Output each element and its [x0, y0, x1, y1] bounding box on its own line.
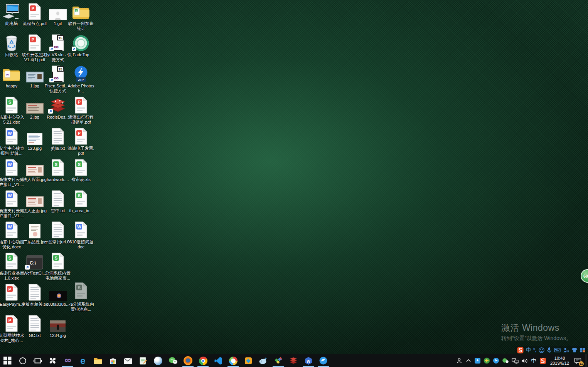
sogou-soft-keyboard-icon[interactable]	[554, 348, 561, 352]
taskbar-wechat-button[interactable]	[165, 354, 180, 367]
tray-sogou-tray-icon[interactable]	[539, 354, 546, 367]
desktop-icon-fadetop-7[interactable]: FadeTop	[69, 34, 93, 57]
action-center-button[interactable]: 11	[573, 354, 582, 367]
desktop-icon-pdf-5[interactable]: P软件开发过程V1.4(1).pdf	[23, 34, 46, 62]
desktop-icon-excelTemp-38[interactable]: S~$分润系统内置电池商...	[69, 284, 93, 312]
sogou-punctuation-mode-icon[interactable]: °,	[533, 347, 536, 353]
svg-text:P: P	[8, 318, 11, 323]
taskbar-store-button[interactable]	[105, 354, 120, 367]
tray-hidden-icons-chevron-icon[interactable]	[465, 354, 472, 367]
desktop-icon-imgCert-29[interactable]: 广东品胜.jpg	[23, 221, 46, 245]
tray-security-plus-app-icon[interactable]	[484, 354, 490, 367]
desktop-icon-imgCardBlue-9[interactable]: 1.jpg	[23, 65, 46, 89]
taskbar-whale-app-button[interactable]	[256, 354, 271, 367]
desktop[interactable]: 此电脑P流程节点.pdf1.gifS软件一部加班统计回收站P软件开发过程V1.4…	[0, 0, 588, 354]
taskbar-wps-button[interactable]: W	[301, 354, 316, 367]
desktop-icon-excel-22[interactable]: Shardwork....	[46, 159, 69, 182]
desktop-icon-txt-30[interactable]: 一些常用url.txt	[46, 221, 69, 245]
taskbar-file-explorer-button[interactable]	[90, 354, 105, 367]
desktop-icon-console-33[interactable]: C:\WcfTestCl...	[23, 253, 46, 276]
taskbar-notes-app-button[interactable]	[135, 354, 150, 367]
desktop-icon-txt-18[interactable]: 赘婿.txt	[46, 128, 69, 151]
desktop-icon-word-24[interactable]: W畅捷支付云账户接口_V1....	[0, 190, 23, 218]
sogou-mode-chinese-icon[interactable]: 中	[526, 347, 531, 354]
taskbar-thunder-button[interactable]	[316, 354, 331, 367]
taskbar-vm-app-button[interactable]	[241, 354, 256, 367]
sogou-voice-input-icon[interactable]	[547, 347, 552, 353]
tray-volume-icon[interactable]	[521, 354, 528, 367]
tray-im-star-app-icon[interactable]: *	[474, 354, 481, 367]
desktop-icon-word-20[interactable]: W畅捷支付云账户接口_V1....	[0, 159, 23, 187]
desktop-icon-txt-36[interactable]: 发版本相关.txt	[23, 284, 46, 307]
tray-chat-app-icon[interactable]	[502, 354, 509, 367]
desktop-icon-imgCardRed-21[interactable]: 法人背面.jpg	[23, 159, 46, 182]
desktop-icon-pdf-35[interactable]: PEasyPaym...	[0, 284, 23, 307]
desktop-icon-imgPhoto-41[interactable]: 1234.jpg	[46, 315, 69, 338]
desktop-icon-word-28[interactable]: W结算中心功能优化.docx	[0, 221, 23, 250]
tray-network-icon[interactable]	[512, 354, 519, 367]
taskbar-vscode-button[interactable]	[211, 354, 226, 367]
sogou-emoji-icon[interactable]	[539, 347, 544, 353]
desktop-icon-vs15-10[interactable]: 15∞Pisen.Settl... - 快捷方式	[46, 65, 69, 94]
taskbar-task-view-button[interactable]	[30, 354, 45, 367]
taskbar[interactable]: ∞eW *中 10:48 2019/6/12 11	[0, 354, 588, 367]
desktop-icon-word-31[interactable]: W0610遗留问题.doc	[69, 221, 93, 250]
desktop-icon-excel-27[interactable]: Stb_area_in...	[69, 190, 93, 213]
desktop-icon-word-16[interactable]: W安全中心核查报告-结算...	[0, 128, 23, 156]
taskbar-redis-app-button[interactable]	[286, 354, 301, 367]
excel-icon: S	[51, 159, 65, 176]
taskbar-visual-studio-button[interactable]: ∞	[60, 354, 75, 367]
word-icon: W	[4, 221, 19, 238]
desktop-icon-recycle-4[interactable]: 回收站	[0, 34, 23, 57]
sogou-service-24-icon[interactable]: 24	[563, 347, 569, 353]
desktop-icon-txt-40[interactable]: GC.txt	[23, 315, 46, 338]
shortcut-arrow-icon	[49, 78, 54, 82]
desktop-icon-imgCardBrown-13[interactable]: 2.jpg	[23, 97, 46, 120]
clock[interactable]: 10:48 2019/6/12	[549, 354, 570, 367]
excel-icon: S	[4, 97, 19, 114]
desktop-icon-imgCardRed-25[interactable]: 法人正面.jpg	[23, 190, 46, 213]
desktop-icon-excel-34[interactable]: S分润系统内置电池商家资...	[46, 253, 69, 281]
desktop-icon-imgGif-2[interactable]: 1.gif	[46, 3, 69, 26]
desktop-icon-pdf-39[interactable]: P大型网站技术架构_核心...	[0, 315, 23, 343]
desktop-icon-folderExcel-3[interactable]: S软件一部加班统计	[69, 3, 93, 31]
taskbar-mail-button[interactable]	[120, 354, 135, 367]
system-tray: *中 10:48 2019/6/12 11	[456, 354, 588, 367]
desktop-icon-excel-12[interactable]: S结算中心导入5.21.xlsx	[0, 97, 23, 125]
desktop-icon-excel-32[interactable]: S畅捷行业类目1.0.xlsx	[0, 253, 23, 281]
taskbar-navicat-button[interactable]	[226, 354, 241, 367]
show-desktop-button[interactable]	[585, 354, 587, 367]
sogou-input-toolbar[interactable]: 中°,24	[515, 346, 587, 354]
taskbar-firefox-button[interactable]	[180, 354, 195, 367]
desktop-icon-txt-26[interactable]: 雪中.txt	[46, 190, 69, 213]
sogou-skin-icon[interactable]	[571, 347, 578, 353]
tray-pointer-app-icon[interactable]	[493, 354, 499, 367]
taskbar-edge-button[interactable]: e	[75, 354, 90, 367]
redis-app-icon	[289, 357, 298, 365]
desktop-icon-vs15-6[interactable]: 15∞Hyt.V3.sln - 快捷方式	[46, 34, 69, 62]
desktop-icon-imgDoc-17[interactable]: 123.jpg	[23, 128, 46, 151]
taskbar-start-button[interactable]	[0, 354, 15, 367]
taskbar-pinwheel-app-button[interactable]	[45, 354, 60, 367]
desktop-icon-excel-23[interactable]: S省市表.xls	[69, 159, 93, 182]
computer-icon	[3, 3, 20, 20]
sogou-sogou-logo-icon[interactable]	[517, 347, 524, 354]
tray-ime-indicator-icon[interactable]: 中	[531, 354, 537, 367]
firefox-icon	[184, 356, 192, 365]
desktop-icon-pdf-15[interactable]: P滴滴出行行程报销单.pdf	[69, 97, 93, 125]
taskbar-cortana-search-button[interactable]	[15, 354, 30, 367]
desktop-icon-folderVs-8[interactable]: ∞happy	[0, 65, 23, 89]
tray-icons: *中	[456, 354, 546, 367]
sogou-toolbox-icon[interactable]	[580, 347, 585, 353]
taskbar-diamond-app-button[interactable]	[271, 354, 286, 367]
desktop-icon-pdf-1[interactable]: P流程节点.pdf	[23, 3, 46, 26]
tray-people-icon[interactable]	[456, 354, 463, 367]
desktop-icon-redis-14[interactable]: RedisDes...	[46, 97, 69, 120]
taskbar-globe-browser-button[interactable]	[150, 354, 165, 367]
desktop-icon-computer-0[interactable]: 此电脑	[0, 3, 23, 26]
desktop-icon-pdf-19[interactable]: P滴滴电子发票.pdf	[69, 128, 93, 156]
imgDark-icon	[49, 284, 67, 301]
desktop-icon-imgDark-37[interactable]: c03fa038b...	[46, 284, 69, 307]
taskbar-chrome-button[interactable]	[195, 354, 211, 367]
desktop-icon-zip-11[interactable]: ZIPAdobe Photosh...	[69, 65, 93, 94]
